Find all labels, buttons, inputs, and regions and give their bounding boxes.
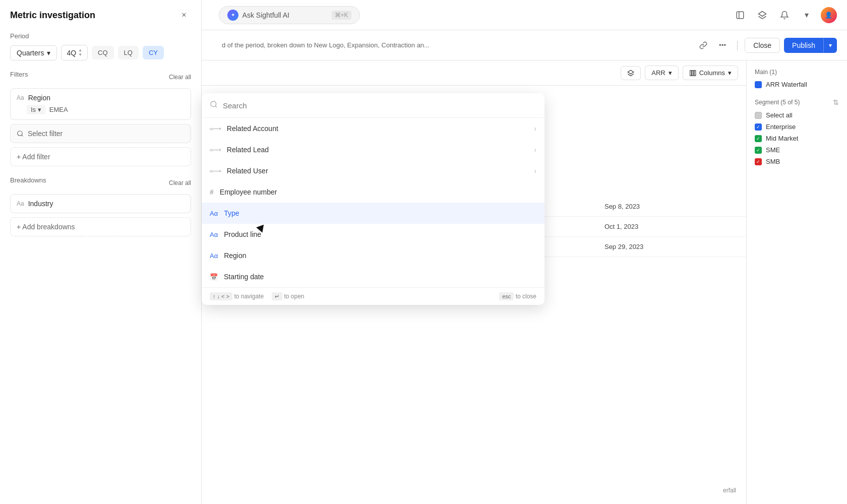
breakdowns-section: Breakdowns Clear all Aa Industry + Add b… (10, 176, 191, 236)
stepper-down-icon[interactable]: ▼ (78, 53, 82, 57)
breakdowns-clear-all-button[interactable]: Clear all (169, 179, 191, 186)
segment-section-title: Segment (5 of 5) (755, 99, 800, 106)
dropdown-item-type[interactable]: Aα Type (202, 203, 544, 224)
industry-breakdown-card: Aa Industry (10, 194, 191, 213)
ai-icon: ✦ (227, 10, 238, 21)
publish-dropdown-arrow[interactable]: ▾ (823, 38, 837, 52)
filter-operator[interactable]: Is ▾ (27, 105, 45, 114)
publish-button-label: Publish (784, 38, 823, 53)
ai-search-bar[interactable]: ✦ Ask Sightfull AI ⌘+K (219, 6, 360, 24)
dropdown-item-label: Region (224, 251, 246, 260)
layer-filter-btn[interactable] (621, 66, 641, 80)
navigate-label: to navigate (234, 293, 264, 300)
svg-line-10 (215, 106, 217, 107)
ai-shortcut: ⌘+K (332, 11, 351, 20)
relation-icon: ∞⟶ (210, 125, 221, 132)
left-sidebar: Metric investigation × Period Quarters ▾… (0, 0, 202, 504)
filter-type-icon: Aa (17, 94, 24, 101)
svg-line-4 (22, 135, 23, 137)
columns-dropdown[interactable]: Columns ▾ (683, 66, 738, 80)
dropdown-item-related-account[interactable]: ∞⟶ Related Account › (202, 118, 544, 139)
arr-dropdown[interactable]: ARR ▾ (645, 66, 678, 80)
smb-checkbox[interactable]: ✓ (755, 158, 762, 165)
period-controls: Quarters ▾ 4Q ▲ ▼ CQ LQ CY (10, 45, 191, 60)
chevron-right-icon: › (534, 124, 536, 133)
dropdown-item-region[interactable]: Aα Region (202, 245, 544, 266)
breakdown-name: Industry (28, 200, 53, 208)
smb-segment[interactable]: ✓ SMB (755, 158, 839, 165)
dropdown-item-label: Product line (224, 230, 261, 238)
close-button[interactable]: Close (745, 38, 780, 53)
columns-label: Columns (699, 69, 725, 77)
period-section: Period Quarters ▾ 4Q ▲ ▼ CQ LQ CY (10, 32, 191, 60)
dropdown-item-label: Employee number (220, 188, 277, 196)
filters-label: Filters (10, 71, 28, 78)
region-filter-card: Aa Region Is ▾ EMEA (10, 88, 191, 120)
mid-market-segment[interactable]: ✓ Mid Market (755, 135, 839, 142)
add-breakdown-label: + Add breakdowns (17, 223, 75, 231)
dropdown-item-starting-date[interactable]: 📅 Starting date (202, 266, 544, 287)
sidebar-header: Metric investigation × (10, 8, 191, 22)
dropdown-item-related-user[interactable]: ∞⟶ Related User › (202, 160, 544, 181)
svg-rect-7 (692, 70, 694, 76)
dropdown-item-label: Related User (227, 167, 268, 175)
text-icon: Aα (210, 210, 218, 217)
notification-icon[interactable] (776, 7, 793, 23)
sidebar-title: Metric investigation (10, 10, 95, 21)
period-pill-cq[interactable]: CQ (92, 46, 114, 59)
period-dropdown-chevron: ▾ (47, 49, 50, 57)
filters-section: Filters Clear all Aa Region Is ▾ EMEA Se… (10, 71, 191, 166)
arr-waterfall-label: ARR Waterfall (766, 81, 807, 88)
svg-marker-2 (758, 11, 766, 16)
open-key-icon: ↵ (272, 292, 282, 300)
publish-actions: ••• | Close Publish ▾ (696, 38, 837, 53)
period-stepper[interactable]: 4Q ▲ ▼ (61, 45, 88, 60)
book-icon[interactable] (732, 7, 748, 23)
publish-description: d of the period, broken down to New Logo… (222, 41, 688, 49)
breakdown-type-icon: Aa (17, 200, 24, 207)
publish-button[interactable]: Publish ▾ (784, 38, 837, 53)
sme-checkbox[interactable]: ✓ (755, 147, 762, 154)
sme-label: SME (766, 146, 780, 154)
select-all-item[interactable]: Select all (755, 111, 839, 119)
dropdown-item-employee-number[interactable]: # Employee number (202, 181, 544, 203)
more-options-icon[interactable]: ••• (715, 38, 730, 53)
avatar[interactable]: 👤 (821, 7, 837, 23)
svg-point-9 (211, 101, 216, 107)
add-filter-button[interactable]: + Add filter (10, 147, 191, 166)
period-pill-lq[interactable]: LQ (118, 46, 139, 59)
enterprise-segment[interactable]: ✓ Enterprise (755, 123, 839, 131)
sidebar-close-icon[interactable]: × (177, 8, 191, 22)
filters-clear-all-button[interactable]: Clear all (169, 74, 191, 81)
period-dropdown[interactable]: Quarters ▾ (10, 45, 57, 60)
sme-segment[interactable]: ✓ SME (755, 146, 839, 154)
waterfall-label: erfall (723, 487, 736, 494)
smb-label: SMB (766, 158, 780, 165)
topbar-right: ▾ 👤 (732, 7, 837, 23)
filter-value: EMEA (49, 106, 68, 113)
stepper-up-icon[interactable]: ▲ (78, 48, 82, 52)
columns-chevron-icon: ▾ (728, 69, 732, 77)
arr-chevron-icon: ▾ (669, 69, 672, 77)
link-icon[interactable] (696, 38, 711, 53)
dropdown-item-product-line[interactable]: Aα Product line (202, 224, 544, 245)
period-pill-cy[interactable]: CY (143, 46, 164, 59)
select-filter-button[interactable]: Select filter (10, 124, 191, 143)
dropdown-search-input[interactable] (223, 101, 536, 110)
arr-label: ARR (651, 69, 665, 77)
chevron-down-icon[interactable]: ▾ (799, 7, 815, 23)
dropdown-item-label: Related Lead (227, 146, 269, 154)
dropdown-item-related-lead[interactable]: ∞⟶ Related Lead › (202, 139, 544, 160)
add-breakdown-button[interactable]: + Add breakdowns (10, 217, 191, 236)
segment-sort-icon[interactable]: ⇅ (833, 98, 839, 106)
dropdown-footer: ↑ ↓ < > to navigate ↵ to open esc to clo… (202, 287, 544, 305)
chart-toolbar: ARR ▾ Columns ▾ (202, 60, 746, 86)
select-all-checkbox[interactable] (755, 112, 762, 119)
svg-rect-0 (737, 12, 744, 19)
svg-point-3 (18, 131, 22, 136)
mid-market-checkbox[interactable]: ✓ (755, 135, 762, 142)
calendar-icon: 📅 (210, 273, 218, 281)
enterprise-checkbox[interactable]: ✓ (755, 123, 762, 131)
layers-icon[interactable] (754, 7, 770, 23)
close-key-icon: esc (499, 292, 514, 300)
